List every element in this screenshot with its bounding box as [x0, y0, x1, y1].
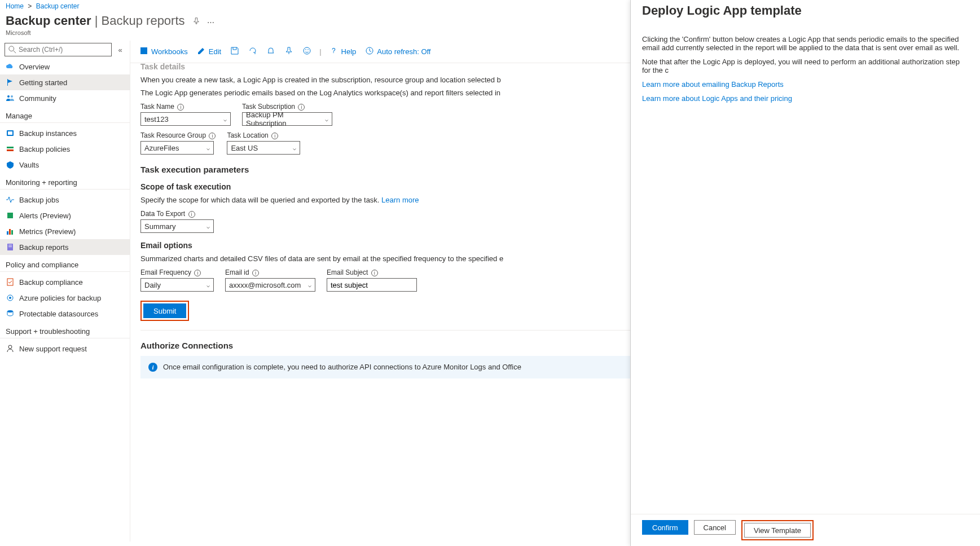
- panel-title: Deploy Logic App template: [642, 3, 969, 18]
- chevron-down-icon: ⌵: [293, 145, 296, 151]
- toolbar-refresh[interactable]: [245, 44, 261, 59]
- toolbar-help[interactable]: ? Help: [326, 44, 360, 59]
- svg-rect-10: [9, 229, 11, 235]
- toolbar-smiley[interactable]: [299, 44, 315, 59]
- support-icon: [6, 344, 15, 353]
- authorize-info-text: Once email configuration is complete, yo…: [163, 363, 521, 371]
- svg-point-17: [9, 297, 11, 299]
- info-icon[interactable]: i: [209, 133, 216, 139]
- sidebar-item-getting-started[interactable]: Getting started: [0, 74, 130, 90]
- svg-line-1: [14, 51, 16, 53]
- people-icon: [6, 94, 15, 103]
- toolbar-workbooks[interactable]: Workbooks: [136, 44, 191, 59]
- edit-icon: [197, 46, 206, 57]
- toolbar-pin[interactable]: [281, 44, 297, 59]
- task-location-select[interactable]: East US⌵: [227, 141, 300, 155]
- chevron-down-icon: ⌵: [325, 116, 328, 122]
- section-monitoring: Monitoring + reporting: [0, 173, 130, 190]
- svg-point-23: [307, 49, 309, 50]
- panel-text-2: Note that after the Logic App is deploye…: [642, 58, 969, 74]
- info-icon[interactable]: i: [194, 270, 201, 276]
- panel-link-logic-apps-pricing[interactable]: Learn more about Logic Apps and their pr…: [642, 94, 792, 103]
- policy-icon: [6, 144, 15, 153]
- task-subscription-select[interactable]: Backup PM Subscription⌵: [242, 112, 332, 126]
- page-title: Backup center | Backup reports: [6, 14, 185, 28]
- svg-point-0: [9, 46, 14, 51]
- cloud-icon: [6, 62, 15, 71]
- confirm-button[interactable]: Confirm: [642, 520, 688, 535]
- info-icon[interactable]: i: [371, 270, 378, 276]
- task-rg-select[interactable]: AzureFiles⌵: [140, 141, 214, 155]
- sidebar-item-backup-policies[interactable]: Backup policies: [0, 141, 130, 157]
- sidebar-item-alerts[interactable]: Alerts (Preview): [0, 208, 130, 223]
- submit-highlight: Submit: [140, 301, 189, 321]
- alerts-icon: [6, 211, 15, 220]
- collapse-icon[interactable]: «: [115, 46, 125, 54]
- svg-text:?: ?: [332, 47, 336, 55]
- submit-button[interactable]: Submit: [143, 303, 186, 318]
- search-box[interactable]: [5, 43, 112, 56]
- svg-point-22: [305, 49, 306, 50]
- panel-link-email-reports[interactable]: Learn more about emailing Backup Reports: [642, 80, 784, 89]
- svg-point-21: [304, 47, 310, 54]
- chevron-down-icon: ⌵: [206, 145, 210, 151]
- toolbar-edit[interactable]: Edit: [194, 44, 225, 59]
- sidebar-item-community[interactable]: Community: [0, 90, 130, 106]
- svg-point-2: [7, 95, 10, 98]
- toolbar-notify[interactable]: [263, 44, 279, 59]
- sidebar-item-backup-jobs[interactable]: Backup jobs: [0, 192, 130, 208]
- svg-rect-15: [7, 279, 13, 285]
- sidebar-item-protectable[interactable]: Protectable datasources: [0, 306, 130, 322]
- metrics-icon: [6, 227, 15, 236]
- email-id-select[interactable]: axxxx@microsoft.com⌵: [225, 278, 315, 292]
- cancel-button[interactable]: Cancel: [694, 520, 736, 535]
- toolbar-autorefresh[interactable]: Auto refresh: Off: [362, 44, 434, 59]
- search-input[interactable]: [19, 46, 108, 54]
- task-name-label: Task Name i: [140, 103, 231, 111]
- pin-icon[interactable]: [192, 18, 203, 27]
- svg-rect-7: [7, 149, 14, 151]
- info-icon[interactable]: i: [188, 211, 195, 218]
- svg-rect-9: [7, 231, 8, 235]
- email-subject-input[interactable]: [327, 278, 417, 292]
- sidebar-item-backup-instances[interactable]: Backup instances: [0, 125, 130, 141]
- breadcrumb-home[interactable]: Home: [6, 2, 24, 10]
- task-name-select[interactable]: test123⌵: [140, 112, 231, 126]
- svg-point-19: [8, 345, 12, 349]
- more-icon[interactable]: ⋯: [207, 18, 214, 27]
- chevron-down-icon: ⌵: [308, 282, 311, 288]
- section-manage: Manage: [0, 106, 130, 123]
- sidebar-item-overview[interactable]: Overview: [0, 59, 130, 74]
- refresh-icon: [248, 46, 257, 57]
- help-icon: ?: [329, 46, 339, 57]
- task-subscription-label: Task Subscription i: [242, 103, 332, 111]
- workbook-icon: [139, 46, 148, 57]
- sidebar-item-metrics[interactable]: Metrics (Preview): [0, 223, 130, 239]
- data-export-label: Data To Export i: [140, 210, 214, 218]
- svg-rect-5: [8, 131, 12, 135]
- sidebar-item-backup-compliance[interactable]: Backup compliance: [0, 274, 130, 290]
- info-icon[interactable]: i: [252, 270, 259, 276]
- breadcrumb-backup-center[interactable]: Backup center: [36, 2, 80, 10]
- sidebar-item-new-request[interactable]: New support request: [0, 341, 130, 356]
- svg-rect-20: [140, 47, 147, 54]
- sidebar-item-vaults[interactable]: Vaults: [0, 157, 130, 173]
- task-location-label: Task Location i: [227, 131, 300, 139]
- data-export-select[interactable]: Summary⌵: [140, 219, 214, 233]
- toolbar-save[interactable]: [227, 44, 243, 59]
- sidebar-item-azure-policies[interactable]: Azure policies for backup: [0, 290, 130, 306]
- svg-point-18: [7, 310, 13, 312]
- email-freq-select[interactable]: Daily⌵: [140, 278, 214, 292]
- view-template-button[interactable]: View Template: [744, 523, 811, 538]
- bell-icon: [266, 46, 275, 57]
- email-id-label: Email id i: [225, 268, 315, 276]
- jobs-icon: [6, 195, 15, 204]
- info-icon[interactable]: i: [271, 133, 278, 139]
- svg-rect-8: [7, 213, 13, 218]
- sidebar-item-backup-reports[interactable]: Backup reports: [0, 239, 130, 255]
- svg-point-3: [11, 95, 13, 98]
- task-rg-label: Task Resource Group i: [140, 131, 216, 139]
- instance-icon: [6, 129, 15, 138]
- info-icon[interactable]: i: [177, 104, 184, 111]
- learn-more-link[interactable]: Learn more: [381, 196, 419, 204]
